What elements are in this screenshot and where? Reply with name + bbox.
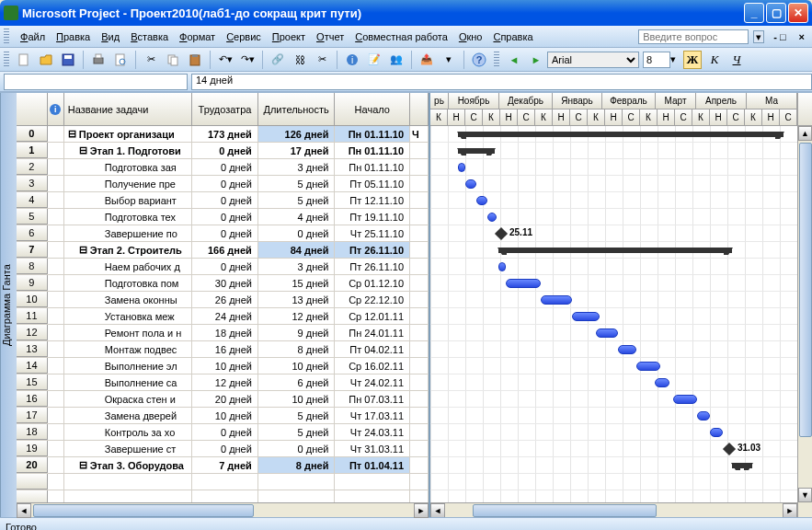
table-row[interactable]: 17Замена дверей10 дней5 днейЧт 17.03.11	[17, 408, 429, 424]
summary-bar[interactable]	[458, 148, 495, 154]
cell-value-box[interactable]: 14 дней	[191, 74, 812, 90]
gantt-row[interactable]	[430, 259, 797, 275]
row-number[interactable]: 19	[17, 441, 48, 456]
table-row[interactable]: 8Наем рабочих д0 дней3 днейПт 26.11.10	[17, 259, 429, 275]
start-cell[interactable]: Пт 01.04.11	[335, 457, 410, 473]
work-cell[interactable]: 18 дней	[192, 325, 258, 340]
row-number[interactable]: 6	[17, 225, 48, 241]
close-button[interactable]: ✕	[788, 3, 808, 23]
row-number[interactable]: 4	[17, 192, 48, 208]
week-header[interactable]: С	[623, 109, 640, 125]
month-header[interactable]: Декабрь	[499, 93, 553, 109]
outline-minus-icon[interactable]: ⊟	[68, 128, 79, 140]
undo-button[interactable]: ↶▾	[215, 50, 235, 70]
summary-bar[interactable]	[732, 463, 752, 468]
row-number[interactable]: 13	[17, 341, 48, 357]
outline-minus-icon[interactable]: ⊟	[79, 459, 90, 471]
start-cell[interactable]: Пн 24.01.11	[335, 325, 410, 340]
duration-cell[interactable]: 9 дней	[258, 325, 336, 340]
info-cell[interactable]	[48, 292, 64, 307]
scroll-track[interactable]	[798, 141, 812, 488]
scroll-right-button[interactable]: ►	[783, 503, 797, 517]
task-bar[interactable]	[618, 345, 636, 354]
mdi-restore-button[interactable]: - □	[770, 31, 789, 42]
scroll-left-button[interactable]: ◄	[17, 503, 31, 518]
week-header[interactable]: Н	[762, 109, 780, 125]
task-info-button[interactable]: i	[342, 50, 362, 70]
work-cell[interactable]: 10 дней	[192, 408, 258, 423]
info-cell[interactable]	[48, 192, 64, 208]
week-header[interactable]: С	[780, 109, 797, 125]
task-name-cell[interactable]: Подготовка пом	[64, 275, 193, 291]
scroll-track[interactable]	[445, 503, 783, 517]
task-name-cell[interactable]: Выбор вариант	[64, 192, 193, 208]
start-cell[interactable]: Пт 12.11.10	[335, 192, 410, 208]
task-bar[interactable]	[655, 378, 669, 387]
menu-окно[interactable]: Окно	[453, 29, 488, 45]
bold-button[interactable]: Ж	[683, 51, 702, 69]
name-header[interactable]: Название задачи	[64, 93, 192, 125]
partial-header[interactable]	[410, 93, 429, 125]
paste-button[interactable]	[185, 50, 205, 70]
start-cell[interactable]: Пт 05.11.10	[335, 176, 410, 191]
duration-cell[interactable]: 8 дней	[258, 457, 336, 473]
row-number[interactable]: 11	[17, 308, 48, 324]
table-row[interactable]: 6Завершение по0 дней0 днейЧт 25.11.10	[17, 225, 429, 242]
duration-cell[interactable]: 17 дней	[258, 143, 336, 158]
outline-minus-icon[interactable]: ⊟	[79, 244, 90, 256]
partial-cell[interactable]	[410, 143, 429, 158]
duration-cell[interactable]: 13 дней	[258, 292, 336, 307]
info-cell[interactable]	[48, 126, 64, 142]
work-cell[interactable]: 0 дней	[192, 225, 258, 241]
duration-cell[interactable]: 0 дней	[258, 225, 336, 241]
split-button[interactable]: ✂	[312, 50, 332, 70]
month-header[interactable]: Ноябрь	[449, 93, 499, 109]
info-cell[interactable]	[48, 259, 64, 274]
start-cell[interactable]: Ср 12.01.11	[335, 308, 410, 324]
mdi-close-button[interactable]: ×	[795, 31, 808, 42]
info-cell[interactable]	[48, 424, 64, 440]
gantt-row[interactable]	[430, 457, 797, 474]
row-number[interactable]: 16	[17, 391, 48, 407]
task-bar[interactable]	[458, 163, 465, 172]
info-cell[interactable]	[48, 408, 64, 423]
work-cell[interactable]: 0 дней	[192, 441, 258, 456]
menu-сервис[interactable]: Сервис	[221, 29, 267, 45]
week-header[interactable]: Н	[605, 109, 623, 125]
work-cell[interactable]: 16 дней	[192, 341, 258, 357]
font-size-dropdown[interactable]: ▾	[670, 53, 676, 65]
info-cell[interactable]	[48, 374, 64, 390]
nav-prev-button[interactable]: ◄	[504, 50, 524, 70]
work-cell[interactable]: 26 дней	[192, 292, 258, 307]
week-header[interactable]: Н	[553, 109, 570, 125]
gantt-row[interactable]: 25.11	[430, 225, 797, 242]
scroll-right-button[interactable]: ►	[414, 503, 429, 518]
task-name-cell[interactable]: Ремонт пола и н	[64, 325, 193, 340]
table-row[interactable]: 7⊟Этап 2. Строитель166 дней84 днейПт 26.…	[17, 242, 429, 259]
gantt-row[interactable]	[430, 176, 797, 192]
table-row[interactable]: 5Подготовка тех0 дней4 днейПт 19.11.10	[17, 209, 429, 225]
start-cell[interactable]: Пн 01.11.10	[335, 126, 410, 142]
partial-cell[interactable]	[410, 192, 429, 208]
partial-cell[interactable]	[410, 441, 429, 456]
help-button[interactable]: ?	[469, 50, 489, 70]
task-bar[interactable]	[673, 395, 697, 404]
info-cell[interactable]	[48, 441, 64, 456]
menu-файл[interactable]: Файл	[15, 29, 51, 45]
gantt-row[interactable]	[430, 341, 797, 358]
italic-button[interactable]: К	[705, 51, 724, 69]
week-header[interactable]: С	[518, 109, 535, 125]
info-cell[interactable]	[48, 457, 64, 473]
task-name-cell[interactable]: Замена дверей	[64, 408, 193, 423]
task-name-cell[interactable]: Установка меж	[64, 308, 193, 324]
gantt-row[interactable]	[430, 192, 797, 209]
table-row[interactable]: 9Подготовка пом30 дней15 днейСр 01.12.10	[17, 275, 429, 292]
work-cell[interactable]: 20 дней	[192, 391, 258, 407]
month-header[interactable]: Февраль	[602, 93, 656, 109]
work-cell[interactable]: 0 дней	[192, 143, 258, 158]
font-size-input[interactable]	[643, 52, 670, 68]
task-name-cell[interactable]: Получение пре	[64, 176, 193, 191]
partial-cell[interactable]	[410, 408, 429, 423]
info-cell[interactable]	[48, 358, 64, 374]
month-header[interactable]: рь	[430, 93, 449, 109]
